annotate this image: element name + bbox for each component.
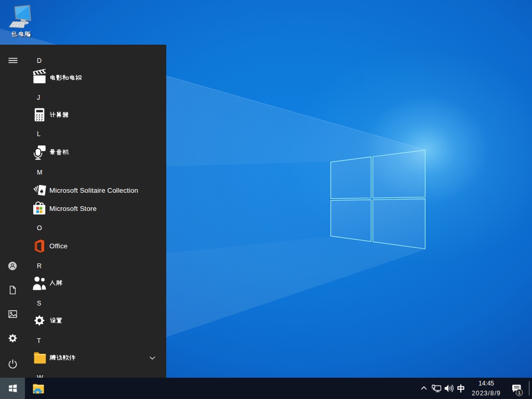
svg-text:1: 1: [518, 390, 521, 395]
